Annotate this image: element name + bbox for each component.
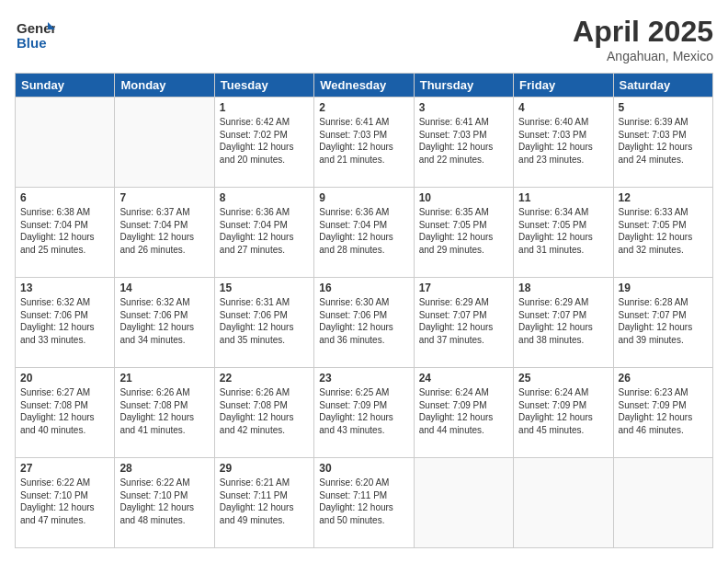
day-number: 4 (518, 101, 608, 114)
calendar-cell: 30Sunrise: 6:20 AM Sunset: 7:11 PM Dayli… (314, 458, 414, 548)
calendar-cell: 4Sunrise: 6:40 AM Sunset: 7:03 PM Daylig… (514, 98, 613, 188)
svg-text:Blue: Blue (17, 35, 47, 51)
header-monday: Monday (115, 74, 214, 98)
day-number: 11 (518, 191, 608, 204)
day-number: 24 (419, 372, 508, 385)
day-number: 20 (20, 372, 109, 385)
page: General Blue April 2025 Angahuan, Mexico… (0, 0, 728, 563)
day-info: Sunrise: 6:21 AM Sunset: 7:11 PM Dayligh… (220, 477, 309, 526)
header-tuesday: Tuesday (214, 74, 313, 98)
day-info: Sunrise: 6:32 AM Sunset: 7:06 PM Dayligh… (20, 296, 109, 346)
logo: General Blue (15, 15, 55, 55)
day-number: 12 (619, 191, 708, 204)
calendar-cell: 23Sunrise: 6:25 AM Sunset: 7:09 PM Dayli… (314, 368, 414, 458)
day-info: Sunrise: 6:42 AM Sunset: 7:02 PM Dayligh… (220, 116, 309, 166)
calendar-header-row: SundayMondayTuesdayWednesdayThursdayFrid… (16, 74, 713, 98)
day-info: Sunrise: 6:29 AM Sunset: 7:07 PM Dayligh… (518, 296, 608, 346)
day-info: Sunrise: 6:34 AM Sunset: 7:05 PM Dayligh… (518, 206, 608, 256)
calendar-cell: 6Sunrise: 6:38 AM Sunset: 7:04 PM Daylig… (16, 188, 115, 278)
day-info: Sunrise: 6:20 AM Sunset: 7:11 PM Dayligh… (319, 477, 408, 526)
calendar-cell: 26Sunrise: 6:23 AM Sunset: 7:09 PM Dayli… (613, 368, 712, 458)
day-number: 27 (20, 462, 109, 475)
calendar-cell: 7Sunrise: 6:37 AM Sunset: 7:04 PM Daylig… (115, 188, 214, 278)
calendar-cell: 24Sunrise: 6:24 AM Sunset: 7:09 PM Dayli… (414, 368, 513, 458)
day-info: Sunrise: 6:37 AM Sunset: 7:04 PM Dayligh… (119, 206, 209, 256)
day-info: Sunrise: 6:40 AM Sunset: 7:03 PM Dayligh… (518, 116, 608, 166)
day-info: Sunrise: 6:41 AM Sunset: 7:03 PM Dayligh… (419, 116, 508, 166)
day-info: Sunrise: 6:36 AM Sunset: 7:04 PM Dayligh… (220, 206, 309, 256)
day-info: Sunrise: 6:22 AM Sunset: 7:10 PM Dayligh… (119, 477, 209, 526)
day-info: Sunrise: 6:22 AM Sunset: 7:10 PM Dayligh… (20, 477, 109, 526)
day-info: Sunrise: 6:39 AM Sunset: 7:03 PM Dayligh… (619, 116, 708, 166)
calendar-cell: 13Sunrise: 6:32 AM Sunset: 7:06 PM Dayli… (16, 278, 115, 368)
calendar-cell: 5Sunrise: 6:39 AM Sunset: 7:03 PM Daylig… (613, 98, 712, 188)
day-number: 15 (220, 282, 309, 294)
day-number: 14 (119, 282, 209, 294)
day-info: Sunrise: 6:30 AM Sunset: 7:06 PM Dayligh… (319, 296, 408, 346)
title-block: April 2025 Angahuan, Mexico (573, 15, 713, 63)
day-number: 29 (220, 462, 309, 475)
day-number: 28 (119, 462, 209, 475)
day-number: 21 (119, 372, 209, 385)
calendar-cell: 10Sunrise: 6:35 AM Sunset: 7:05 PM Dayli… (414, 188, 513, 278)
calendar-table: SundayMondayTuesdayWednesdayThursdayFrid… (15, 73, 713, 548)
day-number: 9 (319, 191, 408, 204)
day-info: Sunrise: 6:25 AM Sunset: 7:09 PM Dayligh… (319, 386, 408, 436)
day-number: 19 (619, 282, 708, 294)
day-number: 18 (518, 282, 608, 294)
week-row-4: 20Sunrise: 6:27 AM Sunset: 7:08 PM Dayli… (16, 368, 713, 458)
header-saturday: Saturday (613, 74, 712, 98)
day-info: Sunrise: 6:32 AM Sunset: 7:06 PM Dayligh… (119, 296, 209, 346)
day-number: 7 (119, 191, 209, 204)
calendar-cell: 18Sunrise: 6:29 AM Sunset: 7:07 PM Dayli… (514, 278, 613, 368)
day-number: 10 (419, 191, 508, 204)
week-row-5: 27Sunrise: 6:22 AM Sunset: 7:10 PM Dayli… (16, 458, 713, 548)
calendar-cell: 14Sunrise: 6:32 AM Sunset: 7:06 PM Dayli… (115, 278, 214, 368)
day-number: 25 (518, 372, 608, 385)
day-number: 22 (220, 372, 309, 385)
week-row-3: 13Sunrise: 6:32 AM Sunset: 7:06 PM Dayli… (16, 278, 713, 368)
calendar-cell: 19Sunrise: 6:28 AM Sunset: 7:07 PM Dayli… (613, 278, 712, 368)
day-number: 6 (20, 191, 109, 204)
calendar-cell: 20Sunrise: 6:27 AM Sunset: 7:08 PM Dayli… (16, 368, 115, 458)
calendar-cell: 3Sunrise: 6:41 AM Sunset: 7:03 PM Daylig… (414, 98, 513, 188)
day-number: 3 (419, 101, 508, 114)
day-info: Sunrise: 6:27 AM Sunset: 7:08 PM Dayligh… (20, 386, 109, 436)
day-number: 8 (220, 191, 309, 204)
calendar-cell: 27Sunrise: 6:22 AM Sunset: 7:10 PM Dayli… (16, 458, 115, 548)
day-number: 13 (20, 282, 109, 294)
day-info: Sunrise: 6:26 AM Sunset: 7:08 PM Dayligh… (220, 386, 309, 436)
subtitle: Angahuan, Mexico (573, 49, 713, 63)
day-number: 2 (319, 101, 408, 114)
day-info: Sunrise: 6:35 AM Sunset: 7:05 PM Dayligh… (419, 206, 508, 256)
calendar-cell: 16Sunrise: 6:30 AM Sunset: 7:06 PM Dayli… (314, 278, 414, 368)
day-info: Sunrise: 6:29 AM Sunset: 7:07 PM Dayligh… (419, 296, 508, 346)
day-info: Sunrise: 6:38 AM Sunset: 7:04 PM Dayligh… (20, 206, 109, 256)
logo-svg: General Blue (15, 15, 55, 55)
main-title: April 2025 (573, 15, 713, 49)
calendar-cell: 25Sunrise: 6:24 AM Sunset: 7:09 PM Dayli… (514, 368, 613, 458)
calendar-cell: 15Sunrise: 6:31 AM Sunset: 7:06 PM Dayli… (214, 278, 313, 368)
calendar-cell (16, 98, 115, 188)
day-number: 16 (319, 282, 408, 294)
calendar-cell (514, 458, 613, 548)
calendar-cell: 12Sunrise: 6:33 AM Sunset: 7:05 PM Dayli… (613, 188, 712, 278)
week-row-1: 1Sunrise: 6:42 AM Sunset: 7:02 PM Daylig… (16, 98, 713, 188)
calendar-cell: 21Sunrise: 6:26 AM Sunset: 7:08 PM Dayli… (115, 368, 214, 458)
calendar-cell (414, 458, 513, 548)
day-info: Sunrise: 6:24 AM Sunset: 7:09 PM Dayligh… (518, 386, 608, 436)
calendar-cell: 17Sunrise: 6:29 AM Sunset: 7:07 PM Dayli… (414, 278, 513, 368)
calendar-cell: 22Sunrise: 6:26 AM Sunset: 7:08 PM Dayli… (214, 368, 313, 458)
day-info: Sunrise: 6:26 AM Sunset: 7:08 PM Dayligh… (119, 386, 209, 436)
week-row-2: 6Sunrise: 6:38 AM Sunset: 7:04 PM Daylig… (16, 188, 713, 278)
calendar-cell: 9Sunrise: 6:36 AM Sunset: 7:04 PM Daylig… (314, 188, 414, 278)
header-friday: Friday (514, 74, 613, 98)
day-info: Sunrise: 6:41 AM Sunset: 7:03 PM Dayligh… (319, 116, 408, 166)
header-sunday: Sunday (16, 74, 115, 98)
day-number: 26 (619, 372, 708, 385)
header-wednesday: Wednesday (314, 74, 414, 98)
day-number: 30 (319, 462, 408, 475)
day-number: 1 (220, 101, 309, 114)
day-number: 17 (419, 282, 508, 294)
day-info: Sunrise: 6:28 AM Sunset: 7:07 PM Dayligh… (619, 296, 708, 346)
